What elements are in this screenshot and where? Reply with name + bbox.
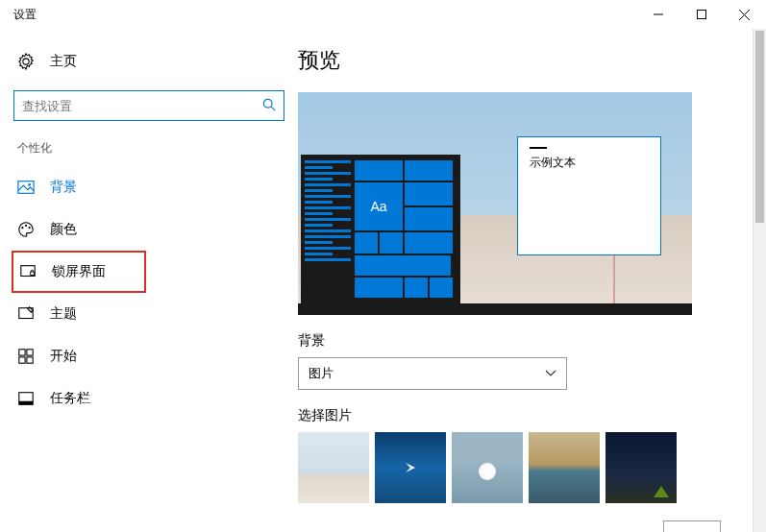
palette-icon: [17, 221, 35, 238]
minimize-icon: [654, 10, 663, 19]
preview-start-menu: Aa: [301, 155, 460, 303]
maximize-button[interactable]: [680, 0, 723, 29]
browse-button-partial[interactable]: [663, 520, 721, 532]
main-panel: 预览 Aa: [298, 29, 766, 532]
theme-icon: [17, 305, 35, 323]
svg-rect-6: [18, 181, 34, 194]
minimize-button[interactable]: [636, 0, 680, 29]
dropdown-value: 图片: [309, 365, 334, 382]
preview-tile-aa: Aa: [355, 182, 403, 230]
choose-picture-label: 选择图片: [298, 407, 743, 424]
svg-rect-15: [27, 350, 33, 355]
sidebar: 主页 个性化 背景 颜色 锁屏界面 主题 开始: [0, 29, 298, 532]
scrollbar-thumb[interactable]: [755, 31, 764, 223]
search-input[interactable]: [22, 99, 262, 113]
svg-point-4: [263, 99, 272, 108]
sidebar-item-label: 背景: [50, 179, 77, 196]
svg-line-5: [271, 107, 275, 110]
sidebar-item-label: 开始: [50, 348, 77, 365]
svg-rect-14: [19, 350, 25, 355]
titlebar: 设置: [0, 0, 766, 29]
sidebar-item-label: 主题: [50, 305, 77, 323]
preview-window: 示例文本: [517, 136, 661, 255]
search-box[interactable]: [13, 90, 284, 121]
desktop-preview: Aa 示例文本: [298, 92, 692, 315]
home-button[interactable]: 主页: [13, 42, 284, 81]
picture-thumbnails: [298, 432, 743, 503]
close-button[interactable]: [723, 0, 766, 29]
svg-rect-16: [19, 357, 25, 363]
page-title: 预览: [298, 46, 743, 75]
chevron-down-icon: [545, 370, 556, 377]
image-icon: [17, 179, 35, 196]
scrollbar[interactable]: [753, 29, 766, 532]
lockscreen-icon: [19, 263, 37, 280]
maximize-icon: [697, 10, 706, 19]
sidebar-item-taskbar[interactable]: 任务栏: [13, 377, 284, 420]
svg-rect-13: [19, 308, 33, 319]
background-section-label: 背景: [298, 332, 743, 350]
svg-rect-1: [697, 11, 705, 19]
thumbnail-4[interactable]: [529, 432, 600, 503]
window-title: 设置: [13, 7, 37, 23]
sidebar-item-label: 锁屏界面: [52, 263, 106, 280]
start-icon: [17, 348, 35, 365]
svg-rect-17: [27, 357, 33, 363]
sidebar-item-background[interactable]: 背景: [13, 166, 284, 208]
content-area: 主页 个性化 背景 颜色 锁屏界面 主题 开始: [0, 29, 766, 532]
svg-rect-19: [19, 401, 33, 405]
sidebar-item-colors[interactable]: 颜色: [13, 208, 284, 251]
sidebar-item-label: 任务栏: [50, 390, 90, 407]
sample-text: 示例文本: [530, 155, 649, 171]
home-label: 主页: [50, 53, 77, 70]
search-icon: [262, 98, 276, 114]
thumbnail-2[interactable]: [375, 432, 446, 503]
thumbnail-1[interactable]: [298, 432, 369, 503]
sidebar-item-start[interactable]: 开始: [13, 335, 284, 377]
taskbar-icon: [17, 390, 35, 407]
svg-point-10: [29, 227, 31, 229]
close-icon: [739, 10, 750, 20]
gear-icon: [17, 53, 35, 70]
svg-rect-12: [31, 272, 35, 276]
background-type-dropdown[interactable]: 图片: [298, 357, 567, 390]
sidebar-item-lockscreen[interactable]: 锁屏界面: [12, 251, 146, 293]
thumbnail-5[interactable]: [605, 432, 677, 503]
sidebar-item-themes[interactable]: 主题: [13, 293, 284, 335]
svg-point-8: [21, 227, 23, 229]
svg-point-9: [25, 225, 27, 227]
window-controls: [636, 0, 766, 29]
sidebar-item-label: 颜色: [50, 221, 77, 238]
thumbnail-3[interactable]: [452, 432, 523, 503]
category-label: 个性化: [17, 140, 284, 157]
preview-taskbar: [298, 303, 692, 315]
svg-point-7: [28, 183, 31, 186]
